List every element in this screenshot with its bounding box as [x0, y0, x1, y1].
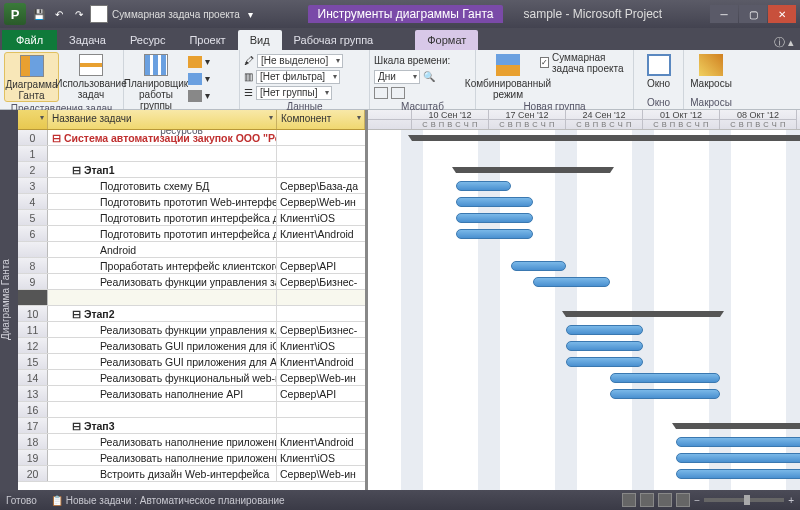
zoom-in-button[interactable]: +: [788, 495, 794, 506]
column-task-name[interactable]: Название задачи: [48, 110, 277, 129]
view-shortcut-2[interactable]: [640, 493, 654, 507]
table-row[interactable]: 8Проработать интерфейс клиентского APIСе…: [18, 258, 365, 274]
tab-task[interactable]: Задача: [57, 30, 118, 50]
table-row[interactable]: 17Этап3: [18, 418, 365, 434]
table-row[interactable]: 2Этап1: [18, 162, 365, 178]
gantt-bar[interactable]: [610, 373, 720, 383]
ribbon-tabs: Файл Задача Ресурс Проект Вид Рабочая гр…: [0, 28, 800, 50]
column-indicator[interactable]: [18, 110, 48, 129]
group-dropdown[interactable]: [Нет группы]: [256, 86, 332, 100]
gantt-bar[interactable]: [566, 341, 643, 351]
summary-task-checkbox[interactable]: ✓: [540, 57, 549, 68]
table-row[interactable]: [18, 290, 365, 306]
table-row[interactable]: 1: [18, 146, 365, 162]
resource-view-icon2[interactable]: ▾: [188, 71, 210, 86]
ribbon-help-icon[interactable]: ⓘ ▴: [768, 35, 800, 50]
table-row[interactable]: 0⊟ Система автоматизации закупок ООО "Ро…: [18, 130, 365, 146]
gantt-chart-button[interactable]: Диаграмма Ганта: [4, 52, 59, 102]
table-row[interactable]: 12Реализовать GUI приложения для iOSКлие…: [18, 338, 365, 354]
group-macros: Макросы: [688, 96, 734, 109]
summary-bar[interactable]: [456, 167, 610, 173]
qat-more-icon[interactable]: ▾: [242, 5, 260, 23]
resource-view-icon1[interactable]: ▾: [188, 54, 210, 69]
tab-format[interactable]: Формат: [415, 30, 478, 50]
tab-resource[interactable]: Ресурс: [118, 30, 177, 50]
table-row[interactable]: 5Подготовить прототип интерфейса для iOS…: [18, 210, 365, 226]
table-row[interactable]: 14Реализовать функциональный web-интерфе…: [18, 370, 365, 386]
table-row[interactable]: 16: [18, 402, 365, 418]
gantt-bar[interactable]: [676, 453, 800, 463]
view-shortcut-4[interactable]: [676, 493, 690, 507]
zoom-slider[interactable]: [704, 498, 784, 502]
view-shortcut-3[interactable]: [658, 493, 672, 507]
group-icon: ☰: [244, 87, 253, 98]
filter-icon: ▥: [244, 71, 253, 82]
gantt-bar[interactable]: [456, 181, 511, 191]
table-row[interactable]: 4Подготовить прототип Web-интерфейсаСерв…: [18, 194, 365, 210]
redo-icon[interactable]: ↷: [70, 5, 88, 23]
table-row[interactable]: 11Реализовать функции управления клиента…: [18, 322, 365, 338]
zoom-out-button[interactable]: −: [694, 495, 700, 506]
summary-bar[interactable]: [676, 423, 800, 429]
gantt-bar[interactable]: [676, 437, 800, 447]
gantt-bar[interactable]: [566, 357, 643, 367]
quick-access-toolbar: P 💾 ↶ ↷ ✓ Суммарная задача проекта ▾: [4, 3, 260, 25]
gantt-bar[interactable]: [533, 277, 610, 287]
save-icon[interactable]: 💾: [30, 5, 48, 23]
qat-summary-label: Суммарная задача проекта: [112, 9, 240, 20]
task-usage-button[interactable]: Использование задач: [63, 52, 119, 100]
team-planner-button[interactable]: Планировщик работы группы: [128, 52, 184, 111]
app-icon[interactable]: P: [4, 3, 26, 25]
tab-view[interactable]: Вид: [238, 30, 282, 50]
summary-task-checkbox-qat[interactable]: ✓: [90, 5, 108, 23]
tab-team[interactable]: Рабочая группа: [282, 30, 386, 50]
table-row[interactable]: 10Этап2: [18, 306, 365, 322]
tab-project[interactable]: Проект: [177, 30, 237, 50]
timescale-week: 08 Окт '12С В П В С Ч П: [720, 110, 797, 129]
statusbar: Готово 📋 Новые задачи : Автоматическое п…: [0, 490, 800, 510]
gantt-chart[interactable]: 10 Сен '12С В П В С Ч П17 Сен '12С В П В…: [368, 110, 800, 490]
table-row[interactable]: 20Встроить дизайн Web-интерфейсаСервер\W…: [18, 466, 365, 482]
table-row[interactable]: 19Реализовать наполнение приложения iOSК…: [18, 450, 365, 466]
highlight-dropdown[interactable]: [Не выделено]: [257, 54, 343, 68]
summary-task-label: Суммарная задача проекта: [552, 52, 629, 74]
table-row[interactable]: 6Подготовить прототип интерфейса дляКлие…: [18, 226, 365, 242]
close-button[interactable]: ✕: [768, 5, 796, 23]
table-row[interactable]: 13Реализовать наполнение APIСервер\API: [18, 386, 365, 402]
minimize-button[interactable]: ─: [710, 5, 738, 23]
macros-button[interactable]: Макросы: [688, 52, 734, 89]
combined-mode-button[interactable]: Комбинированный режим: [480, 52, 536, 100]
maximize-button[interactable]: ▢: [739, 5, 767, 23]
table-row[interactable]: 18Реализовать наполнение приложения Andr…: [18, 434, 365, 450]
task-grid: Название задачи Компонент 0⊟ Система авт…: [18, 110, 368, 490]
timescale-week: 01 Окт '12С В П В С Ч П: [643, 110, 720, 129]
gantt-bar[interactable]: [511, 261, 566, 271]
column-component[interactable]: Компонент: [277, 110, 365, 129]
undo-icon[interactable]: ↶: [50, 5, 68, 23]
zoom-fit-icon[interactable]: [374, 85, 405, 100]
timescale-dropdown[interactable]: Дни: [374, 70, 420, 84]
gantt-bar[interactable]: [566, 325, 643, 335]
summary-bar[interactable]: [412, 135, 800, 141]
summary-bar[interactable]: [566, 311, 720, 317]
gantt-bar[interactable]: [456, 213, 533, 223]
gantt-bar[interactable]: [456, 197, 533, 207]
view-side-tab[interactable]: Диаграмма Ганта: [0, 110, 18, 490]
gantt-bar[interactable]: [676, 469, 800, 479]
table-row[interactable]: 15Реализовать GUI приложения для Android…: [18, 354, 365, 370]
content-area: Диаграмма Ганта Название задачи Компонен…: [0, 110, 800, 490]
table-row[interactable]: 9Реализовать функции управления заказами…: [18, 274, 365, 290]
timescale-week: 24 Сен '12С В П В С Ч П: [566, 110, 643, 129]
gantt-bar[interactable]: [610, 389, 720, 399]
table-row[interactable]: Android: [18, 242, 365, 258]
zoom-icon[interactable]: 🔍: [423, 71, 435, 82]
view-shortcut-1[interactable]: [622, 493, 636, 507]
resource-view-icon3[interactable]: ▾: [188, 88, 210, 103]
gantt-bar[interactable]: [456, 229, 533, 239]
table-row[interactable]: 3Подготовить схему БДСервер\База-да: [18, 178, 365, 194]
timescale-week: 10 Сен '12С В П В С Ч П: [412, 110, 489, 129]
group-window: Окно: [638, 96, 679, 109]
window-button[interactable]: Окно: [638, 52, 679, 89]
file-tab[interactable]: Файл: [2, 30, 57, 50]
filter-dropdown[interactable]: [Нет фильтра]: [256, 70, 340, 84]
